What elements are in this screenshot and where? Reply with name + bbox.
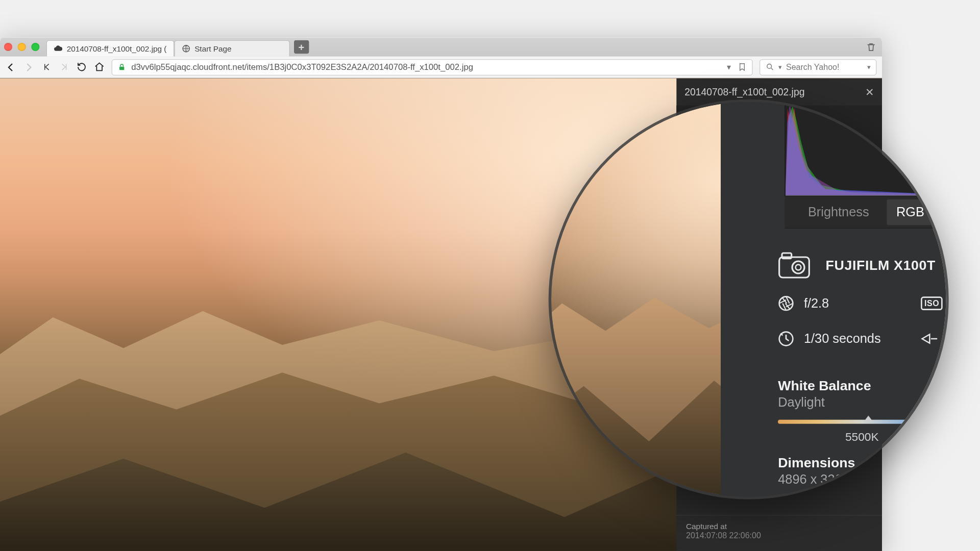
trash-button[interactable] — [866, 37, 876, 56]
svg-point-2 — [767, 64, 772, 69]
magnifier-loupe: Brightness RGB R G B — [551, 102, 946, 496]
shutter-value: 1/30 seconds — [804, 331, 881, 346]
window-controls — [4, 43, 39, 51]
toolbar: d3vv6lp55qjaqc.cloudfront.net/items/1B3j… — [0, 57, 882, 79]
white-balance-kelvin: 5500K — [778, 431, 946, 444]
address-bar[interactable]: d3vv6lp55qjaqc.cloudfront.net/items/1B3j… — [112, 59, 753, 75]
reload-button[interactable] — [76, 62, 87, 72]
tab-strip: 20140708-ff_x100t_002.jpg ( Start Page + — [0, 37, 882, 56]
search-icon — [766, 63, 774, 71]
chevron-down-icon[interactable]: ▾ — [867, 63, 871, 71]
loupe-metadata: FUJIFILM X100T f/2.8 ISO 3200 — [778, 238, 946, 487]
globe-favicon-icon — [182, 44, 190, 53]
captured-at-label: Captured at — [686, 522, 872, 531]
inspector-filename: 20140708-ff_x100t_002.jpg — [684, 86, 804, 97]
back-button[interactable] — [6, 62, 16, 72]
chevron-down-icon[interactable]: ▾ — [727, 62, 731, 72]
aperture-icon — [778, 295, 794, 312]
camera-icon — [778, 252, 811, 279]
minimize-window-button[interactable] — [18, 43, 26, 51]
tabs: 20140708-ff_x100t_002.jpg ( Start Page + — [46, 37, 309, 56]
aperture-value: f/2.8 — [804, 296, 829, 311]
tab-label: 20140708-ff_x100t_002.jpg ( — [67, 44, 167, 53]
search-bar[interactable]: ▾ ▾ — [760, 59, 876, 75]
loupe-histogram-tabs: Brightness RGB R G B — [785, 196, 946, 229]
inspector-footer: Captured at 2014:07:08 22:06:00 — [676, 515, 882, 551]
bookmark-icon[interactable] — [738, 62, 746, 72]
focal-length-icon — [921, 332, 939, 346]
tab-brightness[interactable]: Brightness — [798, 199, 878, 226]
tab-rgb[interactable]: RGB — [887, 199, 934, 226]
loupe-panel: Brightness RGB R G B — [666, 102, 946, 496]
cloud-favicon-icon — [54, 44, 62, 53]
iso-icon: ISO — [921, 296, 943, 310]
close-icon[interactable]: ✕ — [865, 85, 874, 98]
tab-image[interactable]: 20140708-ff_x100t_002.jpg ( — [46, 40, 174, 57]
camera-model: FUJIFILM X100T — [826, 258, 936, 273]
white-balance-value: Daylight — [778, 395, 946, 410]
svg-rect-1 — [119, 66, 124, 70]
tab-label: Start Page — [194, 44, 282, 53]
slider-handle[interactable] — [864, 416, 874, 422]
tab-r[interactable]: R — [942, 199, 946, 226]
url-right-controls: ▾ — [727, 62, 747, 72]
white-balance-section: White Balance Daylight 5500K — [778, 378, 946, 444]
shutter-icon — [778, 331, 794, 347]
tab-start-page[interactable]: Start Page — [174, 40, 290, 57]
svg-point-5 — [792, 261, 804, 273]
close-window-button[interactable] — [4, 43, 12, 51]
next-item-button[interactable] — [59, 62, 69, 72]
lock-icon — [118, 63, 126, 71]
forward-button[interactable] — [23, 62, 34, 72]
white-balance-title: White Balance — [778, 378, 946, 394]
captured-at-value: 2014:07:08 22:06:00 — [686, 531, 872, 540]
url-text: d3vv6lp55qjaqc.cloudfront.net/items/1B3j… — [131, 62, 721, 72]
inspector-header: 20140708-ff_x100t_002.jpg ✕ — [676, 78, 882, 105]
maximize-window-button[interactable] — [31, 43, 39, 51]
new-tab-button[interactable]: + — [294, 40, 309, 54]
prev-item-button[interactable] — [41, 62, 52, 72]
svg-point-6 — [796, 265, 801, 270]
white-balance-slider[interactable] — [778, 420, 946, 424]
home-button[interactable] — [94, 62, 105, 72]
search-input[interactable] — [786, 62, 863, 72]
